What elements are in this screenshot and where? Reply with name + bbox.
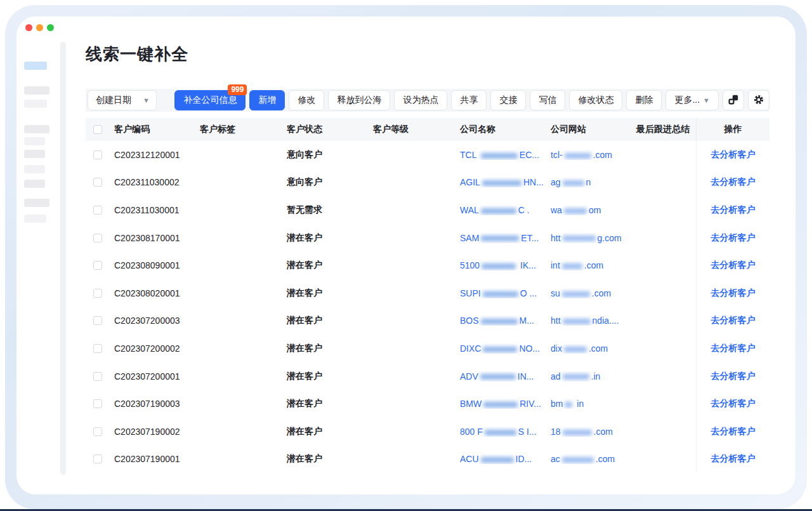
table-row: C202307190003潜在客户BMWRIV...bm in去分析客户	[86, 390, 769, 418]
analyze-customer-link[interactable]: 去分析客户	[711, 371, 756, 382]
action-cell: 去分析客户	[696, 307, 769, 335]
analyze-customer-link[interactable]: 去分析客户	[711, 343, 756, 354]
column-header-4: 公司名称	[460, 124, 551, 135]
row-checkbox-cell	[86, 261, 114, 270]
table-row: C202308020001潜在客户SUPIO ...su.com去分析客户	[86, 279, 769, 307]
row-checkbox-cell	[86, 344, 114, 353]
visible-text: BMW	[460, 399, 481, 409]
action-cell: 去分析客户	[696, 196, 769, 224]
row-checkbox[interactable]	[93, 344, 102, 353]
header-checkbox-cell	[86, 125, 114, 134]
sidebar-item-placeholder[interactable]	[24, 165, 45, 173]
company-website-cell: ac.com	[551, 454, 636, 464]
analyze-customer-link[interactable]: 去分析客户	[711, 426, 756, 437]
row-checkbox[interactable]	[93, 455, 102, 463]
analyze-customer-link[interactable]: 去分析客户	[711, 453, 756, 465]
visible-text: bm	[551, 399, 563, 409]
sidebar-item-placeholder[interactable]	[24, 215, 46, 223]
visible-text: n	[586, 177, 591, 187]
date-filter-dropdown[interactable]: 创建日期 ▼	[88, 90, 157, 110]
visible-text: IK...	[518, 260, 536, 270]
close-window-button[interactable]	[25, 24, 32, 31]
analyze-customer-link[interactable]: 去分析客户	[711, 398, 756, 409]
row-checkbox[interactable]	[93, 399, 102, 408]
customer-code-cell: C202307200001	[114, 371, 200, 382]
toolbar-button-6[interactable]: 修改状态	[569, 90, 622, 110]
sidebar-item-placeholder[interactable]	[24, 137, 45, 145]
customer-status-cell: 潜在客户	[287, 260, 373, 271]
table-row: C202308170001潜在客户SAMET...httg.com去分析客户	[86, 224, 769, 252]
row-checkbox[interactable]	[93, 150, 102, 159]
visible-text: ag	[551, 177, 561, 187]
date-filter-label: 创建日期	[96, 95, 131, 106]
analyze-customer-link[interactable]: 去分析客户	[711, 260, 756, 271]
redacted-text	[562, 263, 582, 269]
row-checkbox[interactable]	[93, 316, 102, 325]
add-button[interactable]: 新增	[249, 90, 285, 110]
table-row: C202312120001意向客户TCL EC...tcl-.com去分析客户	[86, 141, 769, 169]
company-name-cell: AGILHN...	[460, 177, 551, 187]
visible-text: ID...	[516, 454, 532, 464]
maximize-window-button[interactable]	[47, 24, 54, 31]
row-checkbox[interactable]	[93, 261, 102, 270]
company-name-cell: ADVIN...	[460, 371, 551, 382]
company-name-cell: SUPIO ...	[460, 288, 551, 298]
redacted-text	[480, 374, 516, 380]
select-all-checkbox[interactable]	[93, 125, 102, 134]
sidebar-item-active[interactable]	[24, 62, 47, 70]
visible-text: HN...	[523, 177, 544, 187]
action-cell: 去分析客户	[696, 390, 769, 418]
company-name-cell: BOSM...	[460, 315, 551, 326]
toolbar-button-4[interactable]: 交接	[490, 90, 526, 110]
row-checkbox-cell	[86, 399, 114, 408]
row-checkbox[interactable]	[93, 289, 102, 298]
analyze-customer-link[interactable]: 去分析客户	[711, 176, 756, 188]
toolbar-button-2[interactable]: 设为热点	[394, 90, 447, 110]
redacted-text	[481, 236, 519, 241]
visible-text: NO...	[519, 343, 540, 354]
visible-text: wa	[551, 205, 562, 215]
customer-code-cell: C202308170001	[114, 233, 200, 243]
switch-view-button[interactable]	[723, 90, 744, 110]
row-checkbox[interactable]	[93, 427, 102, 436]
customer-status-cell: 意向客户	[287, 176, 373, 188]
minimize-window-button[interactable]	[36, 24, 43, 31]
more-button[interactable]: 更多... ▼	[665, 90, 719, 110]
column-header-2: 客户状态	[287, 124, 373, 135]
redacted-text	[563, 180, 584, 186]
window-controls	[25, 24, 54, 31]
company-name-cell: 5100 IK...	[460, 260, 551, 270]
redacted-text	[565, 153, 591, 159]
sidebar-item-placeholder[interactable]	[24, 86, 49, 95]
sidebar-item-placeholder[interactable]	[24, 125, 49, 133]
toolbar-button-3[interactable]: 共享	[451, 90, 487, 110]
analyze-customer-link[interactable]: 去分析客户	[711, 315, 756, 326]
analyze-customer-link[interactable]: 去分析客户	[711, 204, 756, 216]
visible-text: 800 F	[460, 427, 483, 437]
toolbar-button-0[interactable]: 修改	[289, 90, 324, 110]
row-checkbox[interactable]	[93, 178, 102, 187]
redacted-text	[481, 319, 518, 324]
table-row: C202307200001潜在客户ADVIN...ad.in去分析客户	[86, 362, 769, 390]
toolbar-button-1[interactable]: 释放到公海	[328, 90, 390, 110]
row-checkbox[interactable]	[93, 372, 102, 381]
analyze-customer-link[interactable]: 去分析客户	[711, 288, 756, 299]
customer-code-cell: C202307190003	[114, 399, 200, 409]
row-checkbox[interactable]	[93, 234, 102, 242]
switch-icon	[728, 94, 739, 107]
sidebar-item-placeholder[interactable]	[24, 199, 49, 207]
row-checkbox[interactable]	[93, 206, 102, 215]
sidebar-item-placeholder[interactable]	[24, 100, 47, 108]
analyze-customer-link[interactable]: 去分析客户	[711, 232, 756, 244]
analyze-customer-link[interactable]: 去分析客户	[711, 149, 756, 161]
sidebar-item-placeholder[interactable]	[24, 180, 45, 188]
more-button-label: 更多...	[674, 95, 700, 106]
customer-status-cell: 潜在客户	[287, 371, 373, 382]
settings-button[interactable]	[748, 90, 769, 110]
table-row: C202307190002潜在客户800 FS I...18.com去分析客户	[86, 418, 769, 446]
company-name-cell: 800 FS I...	[460, 427, 551, 437]
column-header-5: 公司网站	[551, 124, 636, 135]
toolbar-button-7[interactable]: 删除	[626, 90, 662, 110]
toolbar-button-5[interactable]: 写信	[530, 90, 565, 110]
sidebar-item-placeholder[interactable]	[24, 150, 45, 158]
